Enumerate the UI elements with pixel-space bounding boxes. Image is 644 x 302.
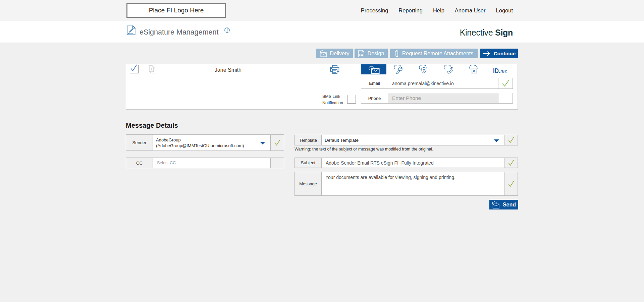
svg-text:1: 1 <box>150 67 152 71</box>
svg-text:?: ? <box>423 68 425 72</box>
svg-text:i: i <box>226 28 228 32</box>
